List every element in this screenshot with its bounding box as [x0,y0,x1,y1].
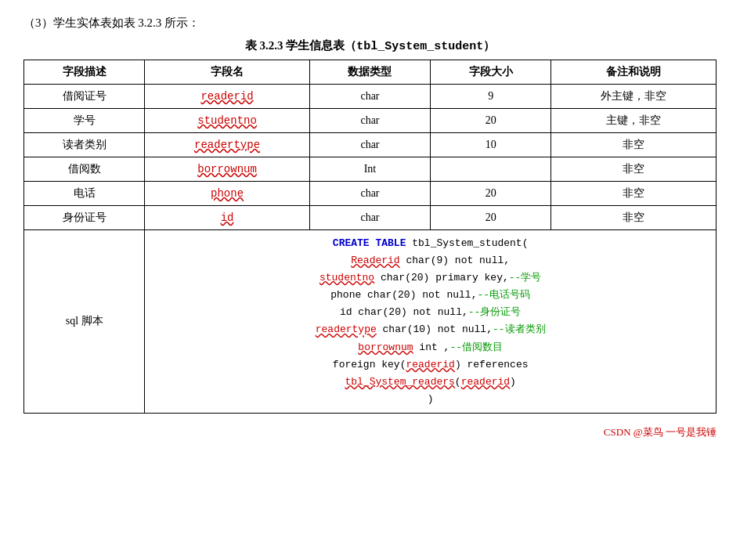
header-cell: 字段名 [145,60,310,85]
field-name-text: readerid [200,90,253,103]
header-cell: 数据类型 [309,60,430,85]
sql-line: tbl_System_readers(readerid) [153,374,708,391]
field-size: 10 [431,133,551,157]
header-cell: 字段大小 [431,60,551,85]
sql-part-normal: ) references [455,359,529,370]
header-cell: 字段描述 [24,60,145,85]
field-type: char [309,85,430,109]
sql-line: CREATE TABLE tbl_System_student( [153,235,708,252]
table-title-code: tbl_System_student [356,40,483,53]
sql-row: sql 脚本CREATE TABLE tbl_System_student(Re… [24,230,717,414]
field-desc: 电话 [24,182,145,206]
field-note: 外主键，非空 [551,85,717,109]
table-header-row: 字段描述字段名数据类型字段大小备注和说明 [24,60,717,85]
field-name-cell: readerid [145,85,310,109]
field-size: 9 [431,85,551,109]
sql-code: CREATE TABLE tbl_System_student(Readerid… [145,230,717,414]
table-title-suffix: ） [483,39,495,52]
field-note: 非空 [551,133,717,157]
sql-line: studentno char(20) primary key,--学号 [153,269,708,287]
sql-part-comment: --学号 [509,272,542,284]
sql-part-comment: --电话号码 [477,289,530,301]
field-size: 20 [431,109,551,133]
table-title-prefix: 表 3.2.3 学生信息表（ [245,39,357,52]
sql-line: foreign key(readerid) references [153,356,708,374]
sql-part-normal: ( [455,376,461,388]
sql-part-normal: ) [428,393,434,405]
field-type: char [309,182,430,206]
table-row: 读者类别readertypechar10非空 [24,133,717,157]
field-type: char [309,133,430,157]
field-name-cell: borrownum [145,157,310,182]
sql-part-normal: int , [413,341,450,353]
field-note: 非空 [551,157,717,182]
sql-part-fieldname: readerid [461,376,510,388]
field-name-text: studentno [197,114,257,127]
sql-part-fieldname: borrownum [358,341,413,353]
field-type: char [309,206,430,230]
field-size: 20 [431,206,551,230]
field-note: 非空 [551,206,717,230]
field-name-text: id [221,211,234,224]
sql-part-keyword: CREATE TABLE [333,237,412,249]
table-row: 借阅证号readeridchar9外主键，非空 [24,85,717,109]
sql-line: phone char(20) not null,--电话号码 [153,287,708,304]
sql-part-normal: id char(20) not null, [340,306,468,318]
field-desc: 借阅证号 [24,85,145,109]
sql-part-normal: char(10) not null, [377,323,493,335]
field-desc: 身份证号 [24,206,145,230]
sql-part-fieldname: tbl_System_readers [345,376,454,388]
sql-part-normal: ) [510,376,516,388]
main-table: 字段描述字段名数据类型字段大小备注和说明 借阅证号readeridchar9外主… [23,60,717,414]
field-name-text: readertype [194,139,260,151]
sql-part-fieldname: studentno [319,272,374,284]
footer-text: CSDN @菜鸟 一号是我锤 [23,425,717,439]
field-note: 主键，非空 [551,109,717,133]
field-name-text: phone [211,187,244,200]
table-row: 借阅数borrownumInt非空 [24,157,717,182]
field-name-text: borrownum [197,163,257,175]
field-desc: 读者类别 [24,133,145,157]
field-name-cell: phone [145,182,310,206]
sql-line: id char(20) not null,--身份证号 [153,304,708,321]
sql-part-normal: phone char(20) not null, [330,289,477,301]
field-size [431,157,551,182]
sql-line: borrownum int ,--借阅数目 [153,339,708,356]
field-desc: 学号 [24,109,145,133]
sql-part-fieldname: readertype [316,323,377,335]
field-size: 20 [431,182,551,206]
field-type: Int [309,157,430,182]
table-title: 表 3.2.3 学生信息表（tbl_System_student） [23,38,717,53]
field-name-cell: readertype [145,133,310,157]
field-type: char [309,109,430,133]
sql-line: ) [153,391,708,408]
sql-part-normal: foreign key( [333,359,406,370]
sql-label: sql 脚本 [24,230,145,414]
sql-part-comment: --读者类别 [493,323,546,335]
header-cell: 备注和说明 [551,60,717,85]
sql-part-normal: tbl_System_student( [412,237,528,249]
sql-part-comment: --身份证号 [468,306,522,318]
intro-text: （3）学生实体表如表 3.2.3 所示： [23,16,717,31]
table-row: 身份证号idchar20非空 [24,206,717,230]
sql-part-normal: char(20) primary key, [374,272,509,284]
sql-line: readertype char(10) not null,--读者类别 [153,321,708,338]
field-desc: 借阅数 [24,157,145,182]
sql-part-normal: char(9) not null, [400,255,510,266]
sql-part-fieldname: Readerid [351,255,399,266]
field-note: 非空 [551,182,717,206]
sql-line: Readerid char(9) not null, [153,252,708,269]
field-name-cell: id [145,206,310,230]
sql-part-comment: --借阅数目 [449,341,503,353]
sql-part-fieldname: readerid [406,359,454,370]
table-row: 电话phonechar20非空 [24,182,717,206]
field-name-cell: studentno [145,109,310,133]
table-row: 学号studentnochar20主键，非空 [24,109,717,133]
